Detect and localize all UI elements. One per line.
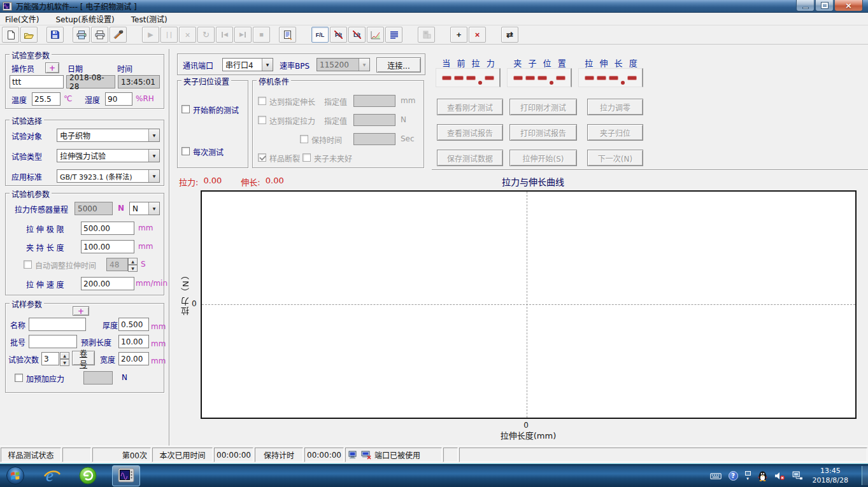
spin-up-icon[interactable]: ▲: [128, 258, 138, 265]
first-button[interactable]: ◀: [216, 27, 233, 43]
keyboard-tray-icon[interactable]: [710, 472, 722, 480]
view-last-test-button[interactable]: 查看刚才测试: [437, 99, 503, 115]
network-tray-icon[interactable]: [792, 471, 803, 480]
skip-back-icon: ◀: [224, 32, 228, 38]
curve-lt-button[interactable]: L/t: [348, 27, 366, 43]
force-unit-select[interactable]: N▼: [129, 202, 160, 215]
prestress-checkbox[interactable]: [15, 374, 23, 382]
delete-button[interactable]: ×: [469, 27, 486, 43]
settings-tools-button[interactable]: [110, 27, 127, 43]
print-report-button[interactable]: 打印测试报告: [509, 124, 577, 141]
menu-test[interactable]: Test(测试): [131, 13, 167, 24]
qq-tray-icon[interactable]: [758, 470, 767, 481]
add-button[interactable]: +: [450, 27, 467, 43]
export-report-button[interactable]: [279, 27, 296, 43]
stop-button[interactable]: ■: [253, 27, 270, 43]
start-button[interactable]: [5, 465, 25, 486]
test-type-select[interactable]: 拉伸强力试验▼: [57, 149, 160, 162]
print-preview-button[interactable]: [73, 27, 90, 43]
sample-name-input[interactable]: [29, 318, 86, 331]
auto-adjust-checkbox[interactable]: [24, 260, 32, 269]
start-new-test-checkbox[interactable]: [181, 105, 190, 113]
stretch-limit-input[interactable]: [81, 222, 134, 235]
stop-force-checkbox[interactable]: [258, 116, 266, 124]
report-list-button[interactable]: [385, 27, 402, 43]
zero-force-button[interactable]: 拉力调零: [587, 99, 643, 115]
close-icon: ×: [845, 1, 852, 10]
comm-port-select[interactable]: 串行口4▼: [222, 58, 273, 71]
last-button[interactable]: ▶: [234, 27, 252, 43]
standard-select[interactable]: GB/T 3923.1 (条样法)▼: [57, 169, 160, 183]
sample-break-checkbox[interactable]: [258, 153, 266, 162]
test-count-input[interactable]: [41, 352, 59, 365]
pause-button[interactable]: | |: [160, 27, 178, 43]
start-stretch-button[interactable]: 拉伸开始(S): [509, 150, 577, 166]
hold-time-checkbox[interactable]: [300, 135, 308, 143]
peel-length-label: 预剥长度: [81, 337, 111, 348]
chevron-down-icon[interactable]: ▼: [148, 150, 159, 162]
hidden-icons-button[interactable]: ▾: [745, 471, 751, 481]
taskbar-clock[interactable]: 13:45 2018/8/28: [810, 466, 855, 485]
minimize-button[interactable]: [796, 0, 815, 11]
print-last-test-button[interactable]: 打印刚才测试: [509, 99, 577, 115]
stop-elongation-checkbox[interactable]: [258, 97, 266, 105]
save-data-button[interactable]: 保存测试数据: [437, 150, 503, 166]
curve-chart-button[interactable]: [367, 27, 384, 43]
spin-down-icon[interactable]: ▼: [60, 359, 69, 366]
peel-length-input[interactable]: [118, 335, 149, 348]
chevron-down-icon: ▼: [359, 59, 369, 71]
save-button[interactable]: [46, 27, 64, 43]
abort-button[interactable]: ×: [179, 27, 196, 43]
temperature-input[interactable]: [32, 92, 60, 106]
view-report-button[interactable]: 查看测试报告: [437, 124, 503, 141]
batch-input[interactable]: [29, 335, 77, 348]
test-object-select[interactable]: 电子织物▼: [57, 129, 160, 142]
restore-button[interactable]: [815, 0, 834, 11]
spec-value-label: 指定值: [324, 115, 347, 126]
sample-add-button[interactable]: +: [73, 306, 89, 316]
volume-muted-tray-icon[interactable]: [774, 471, 785, 481]
chevron-down-icon[interactable]: ▼: [148, 202, 159, 215]
stretch-speed-input[interactable]: [81, 277, 134, 290]
menu-setup[interactable]: Setup(系统设置): [55, 13, 114, 24]
play-button[interactable]: ▶: [142, 27, 159, 43]
thickness-input[interactable]: [118, 318, 149, 331]
chevron-down-icon[interactable]: ▼: [262, 59, 273, 71]
curve-fl-button[interactable]: F/L: [311, 27, 329, 43]
auto-adjust-stepper[interactable]: ▲▼: [128, 258, 138, 271]
taskbar-active-app-button[interactable]: [112, 465, 140, 486]
machine-button[interactable]: [418, 27, 435, 43]
next-test-button[interactable]: 下一次(N): [587, 150, 643, 166]
show-desktop-button[interactable]: [862, 466, 868, 485]
chevron-down-icon[interactable]: ▼: [148, 170, 159, 182]
print-button[interactable]: [91, 27, 108, 43]
status-hold-timer: 00:00:00: [304, 448, 344, 462]
chevron-down-icon[interactable]: ▼: [148, 129, 159, 141]
roll-number-button[interactable]: 卷号: [72, 351, 95, 365]
connect-button[interactable]: 连接...: [376, 57, 421, 73]
clamp-loose-checkbox[interactable]: [302, 153, 311, 162]
spin-down-icon[interactable]: ▼: [128, 265, 138, 272]
bps-select[interactable]: 115200▼: [317, 58, 370, 71]
date-value: 2018-08-28: [66, 75, 115, 88]
swap-button[interactable]: ⇄: [501, 27, 518, 43]
humidity-input[interactable]: [105, 92, 132, 106]
menu-file[interactable]: File(文件): [5, 13, 39, 24]
operator-input[interactable]: [10, 75, 64, 88]
curve-ft-button[interactable]: F/t: [330, 27, 347, 43]
operator-add-button[interactable]: +: [45, 62, 59, 73]
repeat-button[interactable]: ↻: [197, 27, 215, 43]
open-button[interactable]: [20, 27, 38, 43]
help-tray-icon[interactable]: ?: [729, 471, 738, 481]
taskbar-ie-button[interactable]: e: [43, 466, 62, 485]
close-button[interactable]: ×: [834, 0, 863, 11]
spin-up-icon[interactable]: ▲: [60, 352, 69, 359]
every-test-checkbox[interactable]: [181, 147, 190, 155]
clamp-home-button[interactable]: 夹子归位: [587, 124, 643, 141]
test-count-stepper[interactable]: ▲▼: [60, 352, 69, 365]
grip-length-input[interactable]: [81, 240, 134, 253]
selected-value: 115200: [320, 60, 349, 69]
taskbar-browser-360-button[interactable]: [79, 467, 97, 484]
width-input[interactable]: [118, 352, 149, 365]
new-button[interactable]: [2, 27, 19, 43]
